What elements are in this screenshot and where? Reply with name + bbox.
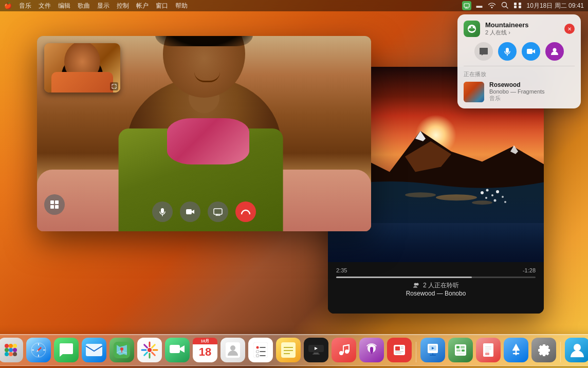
svg-rect-69 — [313, 354, 320, 355]
dock-portrait[interactable] — [565, 338, 588, 362]
pip-expand-icon[interactable] — [110, 82, 118, 90]
svg-rect-9 — [50, 205, 54, 209]
menubar-help[interactable]: 帮助 — [175, 2, 188, 10]
dock-facetime[interactable] — [165, 338, 190, 362]
dock-podcasts[interactable] — [359, 338, 384, 362]
svg-point-51 — [120, 347, 123, 351]
svg-point-18 — [481, 191, 484, 194]
facetime-grid-button[interactable] — [44, 194, 65, 215]
facetime-pip — [44, 43, 120, 93]
calendar-month: 10月 — [201, 338, 210, 344]
notification-action-buttons — [464, 42, 575, 61]
notification-close-button[interactable]: ✕ — [564, 24, 575, 34]
menubar-window[interactable]: 窗口 — [156, 2, 168, 10]
pip-inner — [44, 43, 120, 93]
notification-playing-label: 正在播放 — [464, 70, 575, 78]
pip-shirt — [51, 72, 113, 93]
svg-point-57 — [256, 346, 259, 349]
desktop: 🍎 音乐 文件 编辑 歌曲 显示 控制 帐户 窗口 帮助 ▬ — [0, 0, 588, 368]
dock-settings[interactable] — [531, 338, 556, 362]
svg-rect-8 — [55, 200, 59, 204]
dock-launchpad[interactable] — [0, 338, 23, 362]
notification-video-button[interactable] — [522, 42, 540, 61]
menubar-datetime: 10月18日 周二 09:41 — [527, 2, 584, 10]
notification-app-icon — [464, 21, 480, 37]
notification-music-info: Rosewood Bonobo — Fragments 音乐 — [489, 81, 545, 102]
menubar-search[interactable] — [501, 2, 508, 10]
dock-maps[interactable] — [109, 338, 134, 362]
menubar-song[interactable]: 歌曲 — [78, 2, 90, 10]
calendar-header: 10月 — [193, 338, 217, 344]
notification-person-button[interactable] — [545, 42, 564, 61]
svg-point-71 — [345, 349, 349, 354]
listeners-icon — [413, 282, 420, 289]
dock-pages[interactable] — [476, 338, 501, 362]
music-time-elapsed: 2:35 — [336, 267, 347, 273]
menubar-account[interactable]: 帐户 — [136, 2, 149, 10]
person-hair — [155, 36, 253, 46]
music-progress-bar[interactable] — [336, 277, 536, 278]
svg-rect-63 — [281, 342, 296, 358]
menubar-file[interactable]: 文件 — [39, 2, 51, 10]
dock-appstore[interactable] — [504, 338, 528, 362]
dock-contacts[interactable] — [220, 338, 245, 362]
menubar-control[interactable]: 控制 — [117, 2, 129, 10]
music-share-text: 2 人正在聆听 — [423, 281, 459, 290]
svg-line-72 — [343, 345, 349, 346]
dock-appletv[interactable] — [304, 338, 328, 362]
notification-title-area: Mountaineers 2 人在线 › — [485, 21, 564, 36]
menubar-edit[interactable]: 编辑 — [58, 2, 70, 10]
music-controls: 2:35 -1:28 2 人正在聆听 Rosewood — Bonobo — [328, 262, 544, 314]
dock: 10月 18 — [0, 334, 588, 366]
facetime-screen-button[interactable] — [208, 201, 228, 222]
svg-rect-86 — [456, 346, 460, 348]
svg-rect-95 — [485, 353, 489, 355]
dock-calendar[interactable]: 10月 18 — [193, 338, 217, 362]
dock-news[interactable] — [387, 338, 412, 362]
dock-numbers[interactable] — [448, 338, 473, 362]
screen-share-icon[interactable] — [462, 1, 471, 10]
notification-message-button[interactable] — [474, 42, 493, 61]
menubar: 🍎 音乐 文件 编辑 歌曲 显示 控制 帐户 窗口 帮助 ▬ — [0, 0, 588, 11]
svg-rect-49 — [86, 344, 102, 356]
menubar-music[interactable]: 音乐 — [19, 2, 31, 10]
svg-point-55 — [230, 345, 235, 351]
dock-safari[interactable] — [26, 338, 51, 362]
svg-rect-90 — [456, 353, 465, 355]
apple-menu[interactable]: 🍎 — [4, 2, 12, 9]
menubar-controlcenter[interactable] — [513, 2, 522, 10]
dock-notes[interactable] — [276, 338, 301, 362]
svg-rect-89 — [462, 349, 465, 352]
notif-thumb-art — [464, 82, 484, 102]
calendar-day: 18 — [199, 345, 211, 359]
svg-rect-3 — [514, 3, 517, 5]
dock-keynote[interactable] — [420, 338, 445, 362]
svg-point-43 — [13, 352, 17, 356]
menubar-view[interactable]: 显示 — [97, 2, 109, 10]
dock-reminders[interactable] — [248, 338, 273, 362]
notification-audio-button[interactable] — [498, 42, 517, 61]
svg-point-37 — [13, 344, 17, 348]
facetime-end-button[interactable] — [235, 201, 256, 222]
notification-popup: Mountaineers 2 人在线 › ✕ 正在播放 — [457, 14, 581, 108]
svg-point-21 — [496, 190, 499, 193]
dock-photos[interactable] — [137, 338, 162, 362]
svg-rect-10 — [55, 205, 59, 209]
menubar-wifi — [488, 2, 496, 10]
music-track-name: Rosewood — Bonobo — [336, 290, 536, 297]
svg-rect-0 — [464, 4, 469, 7]
person-scarf — [167, 118, 249, 164]
svg-point-20 — [491, 194, 493, 196]
birds-area — [477, 182, 513, 208]
svg-point-38 — [5, 348, 9, 352]
facetime-audio-button[interactable] — [152, 201, 173, 222]
facetime-video-button[interactable] — [180, 201, 200, 222]
svg-point-41 — [5, 352, 9, 356]
dock-music[interactable] — [332, 338, 356, 362]
svg-point-24 — [494, 199, 497, 202]
dock-mail[interactable] — [82, 338, 106, 362]
dock-messages[interactable] — [54, 338, 79, 362]
menubar-battery: ▬ — [476, 2, 483, 9]
notification-music-app: 音乐 — [489, 95, 545, 102]
svg-point-27 — [416, 283, 418, 285]
